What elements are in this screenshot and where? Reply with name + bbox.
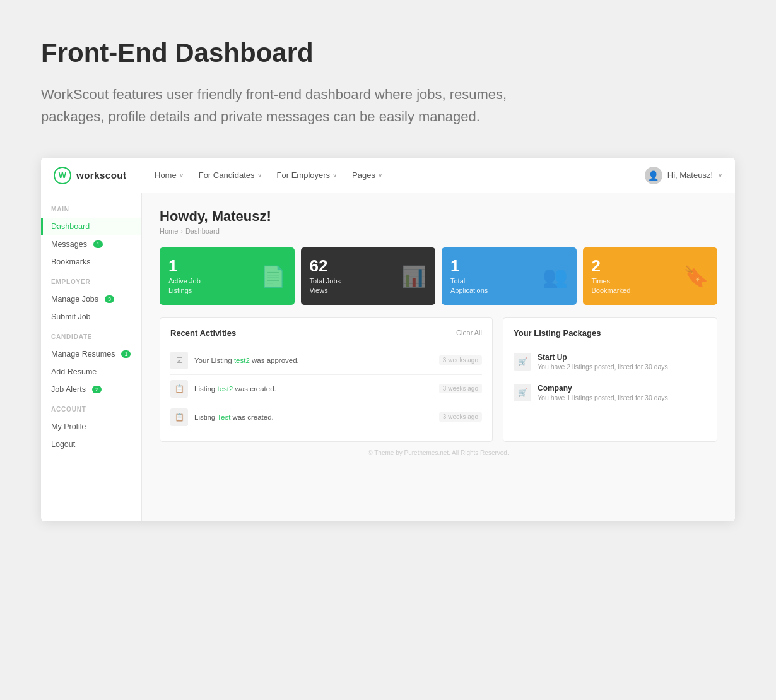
activities-header: Recent Activities Clear All [170,328,482,338]
activity-time-3: 3 weeks ago [439,412,482,422]
people-icon: 👥 [543,264,568,288]
sidebar-item-dashboard[interactable]: Dashboard [41,218,141,235]
page-description: WorkScout features user friendly front-e… [41,83,533,128]
activity-link-2[interactable]: test2 [217,385,233,393]
manage-jobs-badge: 3 [105,295,114,303]
document-icon: 📄 [261,264,286,288]
activity-item: 📋 Listing test2 was created. 3 weeks ago [170,375,482,403]
sidebar-item-add-resume[interactable]: Add Resume [41,363,141,381]
stat-active-jobs: 1 Active JobListings 📄 [160,247,295,305]
stat-label-bookmarks: TimesBookmarked [592,276,631,295]
dashboard-card: W workscout Home For Candidates For Empl… [41,158,735,521]
footer-text: © Theme by Purethemes.net. All Rights Re… [160,442,717,459]
sidebar-employer-section: Employer Manage Jobs 3 Submit Job [41,278,141,326]
package-name-company: Company [538,384,668,393]
user-greeting[interactable]: Hi, Mateusz! [667,170,713,180]
logo-text: workscout [76,170,127,181]
packages-header: Your Listing Packages [514,328,707,338]
activity-text-3: Listing Test was created. [194,413,433,421]
activity-link-3[interactable]: Test [217,413,230,421]
nav-candidates[interactable]: For Candidates [199,170,262,180]
greeting: Howdy, Mateusz! [160,208,717,225]
sidebar-item-manage-jobs[interactable]: Manage Jobs 3 [41,290,141,308]
nav-employers[interactable]: For Employers [277,170,338,180]
activity-item: 📋 Listing Test was created. 3 weeks ago [170,403,482,431]
stat-total-views: 62 Total JobsViews 📊 [301,247,436,305]
stat-num-jobs: 1 [168,258,201,274]
breadcrumb-current: Dashboard [185,227,220,235]
stat-label-apps: TotalApplications [450,276,488,295]
sidebar-item-manage-resumes[interactable]: Manage Resumes 1 [41,345,141,363]
package-icon-startup: 🛒 [514,353,531,371]
activity-approved-icon: ☑ [170,352,188,369]
sidebar-item-logout[interactable]: Logout [41,436,141,453]
page-title: Front-End Dashboard [41,38,735,68]
package-name-startup: Start Up [538,353,668,362]
stat-label-jobs: Active JobListings [168,276,201,295]
stat-total-applications: 1 TotalApplications 👥 [442,247,577,305]
sidebar-item-my-profile[interactable]: My Profile [41,418,141,436]
activity-text-2: Listing test2 was created. [194,385,433,393]
activity-created-icon-2: 📋 [170,408,188,426]
avatar: 👤 [645,167,662,184]
sidebar-item-submit-job[interactable]: Submit Job [41,308,141,326]
nav-right: 👤 Hi, Mateusz! ∨ [645,167,722,184]
recent-activities-panel: Recent Activities Clear All ☑ Your Listi… [160,317,493,442]
package-desc-startup: You have 2 listings posted, listed for 3… [538,363,668,371]
top-nav: W workscout Home For Candidates For Empl… [41,158,735,193]
nav-links: Home For Candidates For Employers Pages [155,170,645,180]
breadcrumb-separator: › [180,227,183,235]
activity-time-2: 3 weeks ago [439,384,482,393]
chart-icon: 📊 [401,264,426,288]
listing-packages-panel: Your Listing Packages 🛒 Start Up You hav… [503,317,717,442]
activity-link-1[interactable]: test2 [234,357,250,364]
package-desc-company: You have 1 listings posted, listed for 3… [538,394,668,401]
activities-title: Recent Activities [170,328,236,338]
activity-text-1: Your Listing test2 was approved. [194,357,433,364]
sidebar-item-job-alerts[interactable]: Job Alerts 2 [41,381,141,398]
sidebar-account-section: Account My Profile Logout [41,406,141,453]
clear-all-button[interactable]: Clear All [456,329,482,336]
bottom-row: Recent Activities Clear All ☑ Your Listi… [160,317,717,442]
activity-created-icon-1: 📋 [170,380,188,398]
bookmark-icon: 🔖 [683,264,708,288]
sidebar: Main Dashboard Messages 1 Bookmarks Empl… [41,193,142,521]
nav-pages[interactable]: Pages [352,170,382,180]
stat-num-bookmarks: 2 [592,258,631,274]
stat-label-views: Total JobsViews [310,276,341,295]
messages-badge: 1 [93,240,103,248]
package-icon-company: 🛒 [514,384,531,401]
sidebar-employer-label: Employer [41,278,141,290]
page-wrapper: Front-End Dashboard WorkScout features u… [41,38,735,521]
sidebar-main-section: Main Dashboard Messages 1 Bookmarks [41,206,141,271]
stat-num-apps: 1 [450,258,488,274]
main-content: Howdy, Mateusz! Home › Dashboard 1 Activ… [142,193,735,521]
stat-num-views: 62 [310,258,341,274]
chevron-down-icon: ∨ [718,172,722,179]
activity-time-1: 3 weeks ago [439,355,482,365]
stats-row: 1 Active JobListings 📄 62 Total JobsView… [160,247,717,305]
sidebar-main-label: Main [41,206,141,218]
manage-resumes-badge: 1 [121,350,131,358]
breadcrumb-home[interactable]: Home [160,227,178,235]
main-layout: Main Dashboard Messages 1 Bookmarks Empl… [41,193,735,521]
package-item-startup: 🛒 Start Up You have 2 listings posted, l… [514,347,707,377]
activity-item: ☑ Your Listing test2 was approved. 3 wee… [170,347,482,375]
job-alerts-badge: 2 [92,386,102,393]
logo-icon: W [54,167,71,184]
sidebar-account-label: Account [41,406,141,418]
packages-title: Your Listing Packages [514,328,601,338]
package-item-company: 🛒 Company You have 1 listings posted, li… [514,377,707,408]
logo-area[interactable]: W workscout [54,167,155,184]
sidebar-item-messages[interactable]: Messages 1 [41,235,141,253]
breadcrumb: Home › Dashboard [160,227,717,235]
nav-home[interactable]: Home [155,170,184,180]
stat-bookmarked: 2 TimesBookmarked 🔖 [583,247,718,305]
sidebar-candidate-section: Candidate Manage Resumes 1 Add Resume Jo… [41,333,141,398]
sidebar-candidate-label: Candidate [41,333,141,345]
sidebar-item-bookmarks[interactable]: Bookmarks [41,253,141,271]
